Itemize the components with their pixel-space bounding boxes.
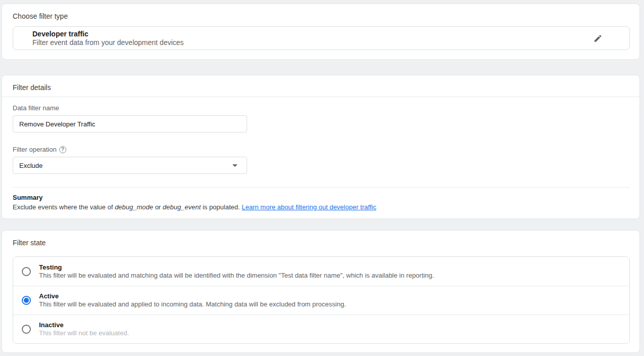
heading-divider	[2, 97, 639, 97]
filter-state-card: Filter state Testing This filter will be…	[2, 230, 640, 353]
option-title: Testing	[39, 263, 434, 272]
option-description: This filter will be evaluated and matchi…	[39, 272, 434, 280]
option-texts: Testing This filter will be evaluated an…	[39, 263, 434, 280]
option-description: This filter will be evaluated and applie…	[39, 300, 346, 308]
filter-state-option-testing[interactable]: Testing This filter will be evaluated an…	[13, 257, 629, 286]
option-texts: Active This filter will be evaluated and…	[39, 292, 346, 308]
pencil-icon	[593, 34, 602, 43]
filter-details-heading: Filter details	[2, 75, 639, 93]
summary-text-before: Exclude events where the value of	[13, 203, 115, 211]
filter-type-option-developer-traffic[interactable]: Developer traffic Filter event data from…	[13, 26, 630, 50]
data-filter-name-label: Data filter name	[13, 104, 630, 112]
radio-icon[interactable]	[22, 325, 31, 334]
filter-type-option-texts: Developer traffic Filter event data from…	[32, 30, 184, 47]
learn-more-link[interactable]: Learn more about filtering out developer…	[242, 203, 376, 211]
choose-filter-type-heading: Choose filter type	[2, 4, 639, 21]
summary-text: Exclude events where the value of debug_…	[13, 203, 630, 211]
summary-text-after: is populated.	[201, 203, 242, 211]
filter-state-radio-group: Testing This filter will be evaluated an…	[13, 256, 630, 344]
data-filter-name-input[interactable]	[13, 115, 247, 132]
summary-divider	[13, 187, 630, 188]
option-description: This filter will not be evaluated.	[39, 329, 129, 337]
filter-details-card: Filter details Data filter name Filter o…	[2, 75, 640, 219]
option-title: Active	[39, 292, 346, 300]
filter-state-option-active[interactable]: Active This filter will be evaluated and…	[13, 286, 629, 315]
filter-operation-label: Filter operation ?	[13, 146, 630, 154]
help-icon[interactable]: ?	[59, 146, 66, 153]
radio-icon[interactable]	[22, 267, 31, 276]
summary-heading: Summary	[13, 194, 630, 202]
option-texts: Inactive This filter will not be evaluat…	[39, 321, 129, 337]
choose-filter-type-card: Choose filter type Developer traffic Fil…	[2, 4, 640, 60]
radio-icon[interactable]	[22, 296, 31, 305]
filter-operation-label-text: Filter operation	[13, 146, 57, 154]
data-filter-name-label-text: Data filter name	[13, 104, 59, 112]
summary-param-debug-mode: debug_mode	[115, 203, 153, 211]
filter-type-title: Developer traffic	[32, 30, 184, 38]
summary-text-middle: or	[153, 203, 163, 211]
filter-state-heading: Filter state	[2, 231, 639, 248]
filter-operation-value: Exclude	[19, 162, 43, 169]
summary-param-debug-event: debug_event	[163, 203, 200, 211]
filter-state-option-inactive[interactable]: Inactive This filter will not be evaluat…	[13, 315, 629, 343]
option-title: Inactive	[39, 321, 129, 329]
filter-operation-select[interactable]: Exclude	[13, 157, 247, 174]
dropdown-arrow-icon	[232, 164, 237, 167]
edit-filter-type-button[interactable]	[590, 30, 606, 47]
filter-type-description: Filter event data from your development …	[32, 38, 184, 47]
